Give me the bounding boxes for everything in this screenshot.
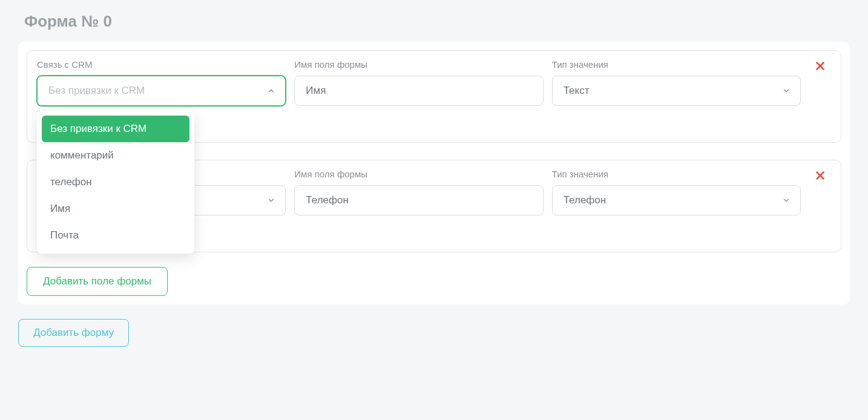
value-type-select[interactable]: Телефон [552, 185, 801, 215]
chevron-down-icon [782, 196, 791, 205]
dropdown-option[interactable]: Имя [42, 195, 189, 222]
value-type-column: Тип значения Текст [552, 59, 801, 106]
field-name-label: Имя поля формы [294, 59, 543, 70]
remove-field-button[interactable] [811, 57, 829, 75]
crm-link-column: Связь с CRM Без привязки к CRM Без привя… [37, 59, 286, 106]
chevron-up-icon [267, 87, 275, 95]
dropdown-option[interactable]: Без привязки к CRM [42, 116, 189, 142]
crm-link-selected-value: Без привязки к CRM [48, 85, 145, 97]
field-name-column: Имя поля формы [294, 169, 543, 215]
field-name-input[interactable] [294, 76, 543, 106]
chevron-down-icon [782, 87, 791, 95]
value-type-selected-value: Текст [564, 85, 590, 97]
page-title: Форма № 0 [18, 12, 850, 31]
form-card: Связь с CRM Без привязки к CRM Без привя… [18, 42, 850, 304]
crm-link-dropdown: Без привязки к CRM комментарий телефон И… [37, 111, 194, 254]
remove-field-button[interactable] [811, 166, 829, 185]
close-icon [814, 169, 827, 182]
field-name-label: Имя поля формы [294, 169, 543, 179]
field-name-column: Имя поля формы [294, 59, 543, 106]
dropdown-option[interactable]: комментарий [42, 142, 189, 169]
value-type-selected-value: Телефон [564, 194, 607, 206]
add-form-button[interactable]: Добавить форму [18, 319, 129, 347]
crm-link-select[interactable]: Без привязки к CRM [37, 76, 286, 106]
dropdown-option[interactable]: телефон [42, 169, 189, 195]
chevron-down-icon [267, 196, 275, 205]
value-type-label: Тип значения [552, 169, 801, 179]
form-field-row: Связь с CRM Без привязки к CRM Без привя… [27, 50, 841, 143]
crm-link-label: Связь с CRM [37, 59, 286, 70]
value-type-column: Тип значения Телефон [552, 169, 801, 215]
close-icon [814, 59, 827, 73]
field-name-input[interactable] [294, 185, 543, 215]
dropdown-option[interactable]: Почта [42, 222, 189, 249]
value-type-select[interactable]: Текст [552, 76, 801, 106]
add-field-button[interactable]: Добавить поле формы [27, 267, 168, 296]
value-type-label: Тип значения [552, 59, 801, 70]
